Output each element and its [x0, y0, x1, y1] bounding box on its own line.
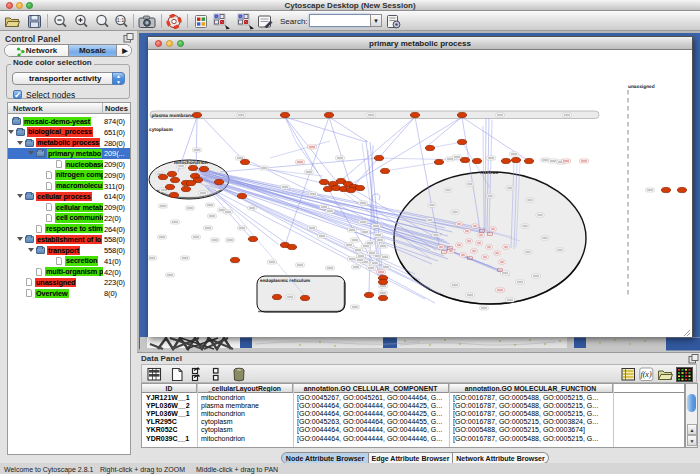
svg-text:endoplasmic reticulum: endoplasmic reticulum [260, 278, 310, 283]
svg-text:1:1: 1:1 [117, 17, 125, 23]
svg-text:f(x): f(x) [640, 370, 651, 379]
svg-text:nucleus: nucleus [480, 170, 498, 176]
svg-text:plasma membrane: plasma membrane [152, 113, 194, 119]
svg-text:cytoplasm: cytoplasm [149, 127, 173, 133]
svg-text:unassigned: unassigned [628, 84, 655, 90]
